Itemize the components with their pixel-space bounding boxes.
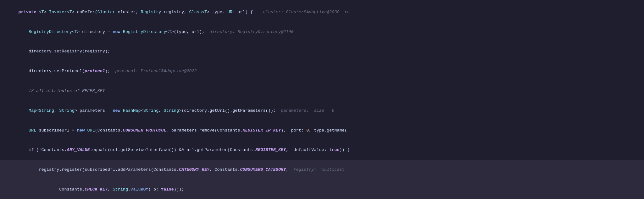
code-line-2: RegistryDirectory<T> directory = new Reg… [0,22,644,42]
code-line-9: registry.register(subscribeUrl.addParame… [0,160,644,180]
code-line-7: URL subscribeUrl = new URL(Constants.CON… [0,121,644,141]
code-line-1: private <T> Invoker<T> doRefer(Cluster c… [0,3,644,22]
code-line-8: if (!Constants.ANY_VALUE.equals(url.getS… [0,140,644,160]
code-line-5: // all attributes of REFER_KEY [0,81,644,101]
code-line-3: directory.setRegistry(registry); [0,42,644,62]
code-line-10: Constants.CHECK_KEY, String.valueOf( b: … [0,180,644,199]
code-editor: private <T> Invoker<T> doRefer(Cluster c… [0,0,644,199]
code-line-6: Map<String, String> parameters = new Has… [0,101,644,121]
code-line-4: directory.setProtocol(protocol); protoco… [0,62,644,81]
